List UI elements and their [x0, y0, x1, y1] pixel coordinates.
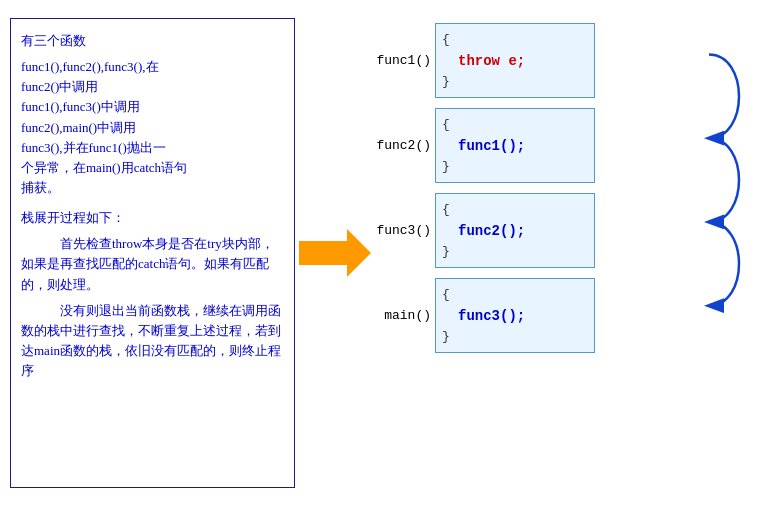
main-label: main(): [375, 308, 435, 323]
main-code: func3();: [454, 308, 525, 324]
brace-close-1: }: [442, 74, 450, 89]
func2-box: { } func1();: [435, 108, 595, 183]
brace-close-3: }: [442, 244, 450, 259]
left-text-5: 没有则退出当前函数栈，继续在调用函数的栈中进行查找，不断重复上述过程，若到达ma…: [21, 301, 284, 382]
svg-marker-0: [299, 229, 371, 277]
func3-code: func2();: [454, 223, 525, 239]
func1-code: throw e;: [454, 53, 525, 69]
main-box: { } func3();: [435, 278, 595, 353]
func3-label: func3(): [375, 223, 435, 238]
right-panel: func1() { } throw e; func2() { } func1()…: [375, 18, 751, 353]
func2-label: func2(): [375, 138, 435, 153]
left-panel: 有三个函数 func1(),func2(),func3(),在func2()中调…: [10, 18, 295, 488]
left-text-1: 有三个函数: [21, 31, 284, 51]
main-container: 有三个函数 func1(),func2(),func3(),在func2()中调…: [0, 0, 761, 516]
big-arrow-icon: [299, 227, 371, 279]
stack-row-func3: func3() { } func2();: [375, 193, 751, 268]
brace-open-3: {: [442, 202, 450, 217]
left-text-3: 栈展开过程如下：: [21, 208, 284, 228]
left-text-4: 首先检查throw本身是否在try块内部，如果是再查找匹配的catch语句。如果…: [21, 234, 284, 294]
func3-box: { } func2();: [435, 193, 595, 268]
func1-box: { } throw e;: [435, 23, 595, 98]
left-text-2: func1(),func2(),func3(),在func2()中调用func1…: [21, 57, 284, 198]
func2-code: func1();: [454, 138, 525, 154]
brace-close-2: }: [442, 159, 450, 174]
brace-open-2: {: [442, 117, 450, 132]
func1-label: func1(): [375, 53, 435, 68]
brace-open-1: {: [442, 32, 450, 47]
brace-open-4: {: [442, 287, 450, 302]
stack-row-func1: func1() { } throw e;: [375, 23, 751, 98]
stack-row-func2: func2() { } func1();: [375, 108, 751, 183]
arrow-container: [295, 18, 375, 488]
brace-close-4: }: [442, 329, 450, 344]
stack-row-main: main() { } func3();: [375, 278, 751, 353]
